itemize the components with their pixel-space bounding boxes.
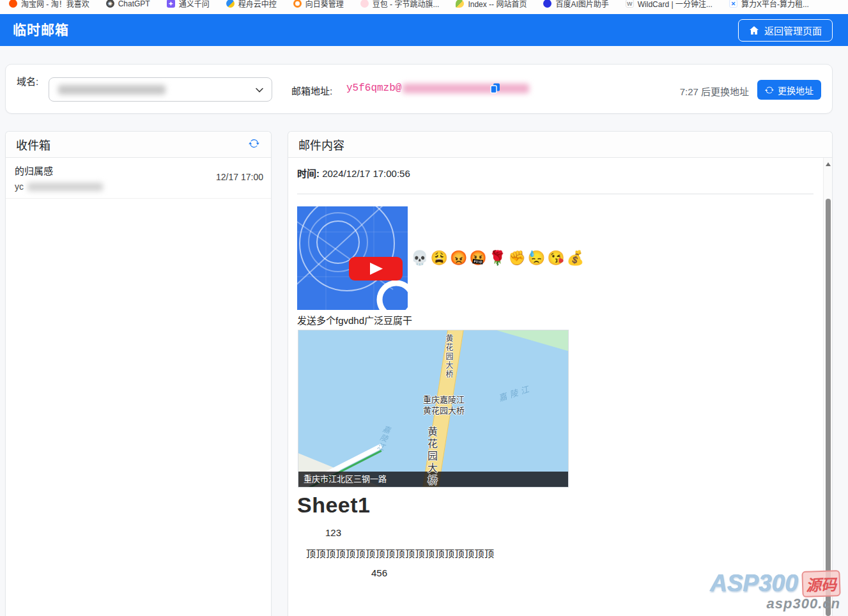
sheet-cell: 123 <box>325 527 813 538</box>
bookmark-label: 算力X平台-算力租... <box>741 0 809 9</box>
mail-content-header: 邮件内容 <box>288 132 832 158</box>
refresh-icon <box>765 86 774 95</box>
scrollbar-up-arrow-icon[interactable] <box>826 162 831 166</box>
bookmark-taobao[interactable]: 淘宝网 - 淘！我喜欢 <box>4 0 95 10</box>
bookmark-label: 向日葵管理 <box>305 0 344 9</box>
mail-from-name: yc <box>15 181 24 192</box>
bookmark-suanli[interactable]: ✕算力X平台-算力租... <box>724 0 814 10</box>
chatgpt-favicon: ✳ <box>106 0 114 8</box>
tongyi-favicon: ✦ <box>167 0 175 8</box>
bookmark-label: 淘宝网 - 淘！我喜欢 <box>21 0 89 9</box>
bookmark-chatgpt[interactable]: ✳ChatGPT <box>101 0 155 10</box>
address-countdown: 7:27 后更换地址 <box>680 84 749 98</box>
mail-time: 12/17 17:00 <box>216 172 263 182</box>
back-button-label: 返回管理页面 <box>764 24 822 37</box>
sunflower-favicon <box>293 0 302 8</box>
domain-select-redacted-value <box>58 85 166 95</box>
divider <box>297 194 813 194</box>
scrollbar-thumb[interactable] <box>826 199 831 616</box>
bookmark-baidu[interactable]: 百度AI图片助手 <box>538 0 613 10</box>
mail-from: yc <box>15 181 262 192</box>
domain-select[interactable] <box>49 77 272 102</box>
address-card: 域名: 邮箱地址: y5f6qmzb@ 7:27 后更换地址 更换地址 <box>5 64 833 114</box>
browser-bookmarks-bar: 淘宝网 - 淘！我喜欢 ✳ChatGPT ✦通义千问 程舟云中控 向日葵管理 豆… <box>0 0 848 14</box>
sheet-title: Sheet1 <box>297 493 813 518</box>
mail-content-title: 邮件内容 <box>298 136 344 153</box>
domain-label: 域名: <box>17 73 40 89</box>
mail-timestamp: 时间: 2024/12/17 17:00:56 <box>297 166 813 180</box>
inbox-panel: 收件箱 的归属感 yc 12/17 17:00 <box>5 131 272 616</box>
bookmark-label: 百度AI图片助手 <box>555 0 608 9</box>
sheet-cell: 456 <box>371 567 813 578</box>
mail-timestamp-label: 时间: <box>297 168 320 179</box>
inbox-header: 收件箱 <box>6 132 271 158</box>
map-bridge-label-line2: 黄花园大桥 <box>413 405 474 416</box>
email-address-value: y5f6qmzb@ <box>346 82 529 94</box>
video-thumbnail[interactable] <box>297 206 408 310</box>
bookmark-wildcard[interactable]: WWildCard | 一分钟注... <box>621 0 718 10</box>
map-bridge-label-line1: 重庆嘉陵江 <box>413 394 474 405</box>
copy-icon <box>490 82 501 94</box>
taobao-favicon <box>9 0 17 8</box>
bookmarks-row: 淘宝网 - 淘！我喜欢 ✳ChatGPT ✦通义千问 程舟云中控 向日葵管理 豆… <box>0 0 848 10</box>
doubao-favicon <box>360 0 369 8</box>
copy-email-button[interactable] <box>489 82 502 95</box>
inbox-refresh-button[interactable] <box>247 137 261 152</box>
bookmark-doubao[interactable]: 豆包 - 字节跳动旗... <box>355 0 445 10</box>
sheet-cell: 顶顶顶顶顶顶顶顶顶顶顶顶顶顶顶顶顶顶顶 <box>306 546 813 560</box>
emoji-row: 💀😩😡🤬🌹✊😓😘💰 <box>411 251 586 265</box>
mail-media-row: 💀😩😡🤬🌹✊😓😘💰 <box>297 206 813 310</box>
back-to-admin-button[interactable]: 返回管理页面 <box>738 19 833 42</box>
email-domain-redacted <box>403 84 529 93</box>
temp-mail-page: 淘宝网 - 淘！我喜欢 ✳ChatGPT ✦通义千问 程舟云中控 向日葵管理 豆… <box>0 0 848 616</box>
map-river-label: 嘉陵江 <box>374 424 392 452</box>
content-scrollbar[interactable] <box>823 158 832 616</box>
inbox-list-item[interactable]: 的归属感 yc 12/17 17:00 <box>6 158 271 199</box>
map-park-area <box>469 330 568 355</box>
index-favicon <box>456 0 464 8</box>
mail-content-body: 时间: 2024/12/17 17:00:56 <box>288 158 832 578</box>
mail-content-panel: 邮件内容 时间: 2024/12/17 17:00:56 <box>288 131 833 616</box>
map-road-label-big: 黄花园大桥 <box>424 426 439 487</box>
bookmark-label: 通义千问 <box>179 0 210 9</box>
inbox-title: 收件箱 <box>16 136 50 153</box>
bookmark-label: 豆包 - 字节跳动旗... <box>373 0 440 9</box>
bookmark-index[interactable]: Index -- 网站首页 <box>451 0 532 10</box>
bookmark-chengzhou[interactable]: 程舟云中控 <box>221 0 282 10</box>
change-address-button[interactable]: 更换地址 <box>757 80 821 100</box>
bookmark-label: 程舟云中控 <box>238 0 277 9</box>
mail-caption-text: 发送多个fgvdhd广泛豆腐干 <box>297 313 813 327</box>
app-header: 临时邮箱 返回管理页面 <box>0 14 848 46</box>
page-title: 临时邮箱 <box>13 14 69 46</box>
chevron-down-icon <box>255 86 264 95</box>
mail-from-redacted <box>27 183 103 191</box>
bookmark-sunflower[interactable]: 向日葵管理 <box>288 0 349 10</box>
map-road-label: 黄花园大桥 <box>443 334 454 379</box>
email-prefix: y5f6qmzb@ <box>346 82 401 94</box>
bookmark-tongyi[interactable]: ✦通义千问 <box>162 0 215 10</box>
email-address-label: 邮箱地址: <box>291 84 332 97</box>
bookmark-label: WildCard | 一分钟注... <box>638 0 713 9</box>
map-image: 黄花园大桥 重庆嘉陵江 黄花园大桥 黄花园大桥 嘉陵江 嘉陵江 重庆市江北区三钢… <box>298 330 569 488</box>
map-river-label: 嘉陵江 <box>497 381 533 404</box>
wildcard-favicon: W <box>626 0 634 8</box>
change-address-label: 更换地址 <box>778 84 813 96</box>
chengzhou-favicon <box>226 0 235 8</box>
bookmark-label: ChatGPT <box>118 0 150 8</box>
mail-timestamp-value: 2024/12/17 17:00:56 <box>322 168 410 179</box>
refresh-icon <box>249 138 259 149</box>
bookmark-label: Index -- 网站首页 <box>468 0 527 9</box>
home-icon <box>749 26 759 36</box>
suanli-favicon: ✕ <box>729 0 737 8</box>
map-bridge-label: 重庆嘉陵江 黄花园大桥 <box>413 394 474 416</box>
baidu-favicon <box>543 0 551 8</box>
